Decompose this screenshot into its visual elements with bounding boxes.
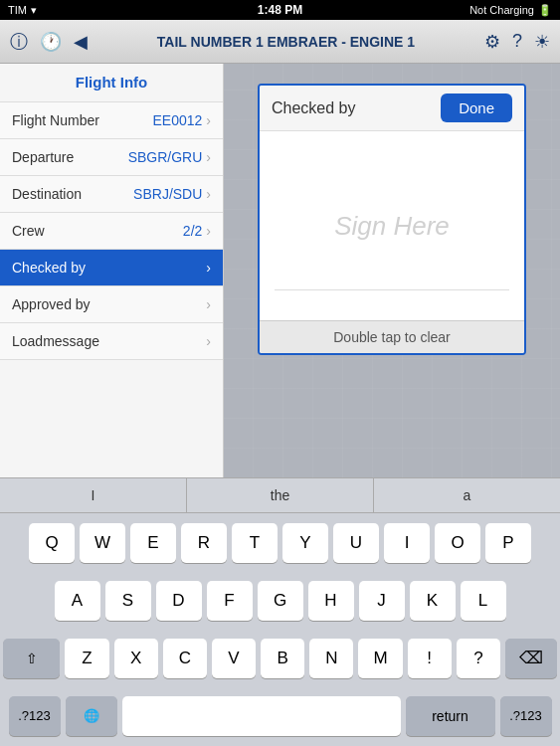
flight-number-value: EE0012 › bbox=[153, 112, 212, 128]
autocomplete-suggestion-2[interactable]: the bbox=[187, 478, 374, 512]
globe-key[interactable]: 🌐 bbox=[66, 696, 117, 736]
key-v[interactable]: V bbox=[212, 639, 256, 678]
return-key[interactable]: return bbox=[406, 696, 495, 736]
nav-bar: ⓘ 🕐 ◀ TAIL NUMBER 1 EMBRAER - ENGINE 1 ⚙… bbox=[0, 20, 560, 64]
settings-icon[interactable]: ⚙ bbox=[484, 31, 500, 53]
help-icon[interactable]: ? bbox=[512, 31, 522, 52]
destination-value: SBRJ/SDU › bbox=[133, 186, 211, 202]
sidebar-item-approved-by[interactable]: Approved by › bbox=[0, 286, 223, 323]
autocomplete-bar: I the a bbox=[0, 477, 560, 513]
departure-value: SBGR/GRU › bbox=[128, 149, 211, 165]
brightness-icon[interactable]: ☀ bbox=[534, 31, 550, 53]
key-y[interactable]: Y bbox=[282, 523, 328, 563]
key-k[interactable]: K bbox=[410, 581, 456, 621]
autocomplete-suggestion-3[interactable]: a bbox=[374, 478, 560, 512]
status-bar: TIM ▾ 1:48 PM Not Charging 🔋 bbox=[0, 0, 560, 20]
symbols-key[interactable]: .?123 bbox=[9, 696, 61, 736]
key-h[interactable]: H bbox=[308, 581, 354, 621]
key-f[interactable]: F bbox=[207, 581, 253, 621]
done-button[interactable]: Done bbox=[441, 93, 512, 122]
chevron-right-icon: › bbox=[206, 296, 211, 312]
key-g[interactable]: G bbox=[258, 581, 303, 621]
keyboard-rows: Q W E R T Y U I O P A S D F G H J K L ⇧ … bbox=[0, 513, 560, 746]
chevron-right-icon: › bbox=[206, 149, 211, 165]
signature-panel: Checked by Done Sign Here Double tap to … bbox=[258, 84, 526, 355]
key-w[interactable]: W bbox=[80, 523, 125, 563]
destination-label: Destination bbox=[12, 186, 82, 202]
key-l[interactable]: L bbox=[461, 581, 506, 621]
sidebar-item-destination[interactable]: Destination SBRJ/SDU › bbox=[0, 176, 223, 213]
signature-title: Checked by bbox=[272, 99, 356, 117]
time-display: 1:48 PM bbox=[258, 3, 302, 17]
keyboard-row-3: ⇧ Z X C V B N M ! ? ⌫ bbox=[3, 639, 557, 678]
sidebar-title: Flight Info bbox=[76, 74, 147, 91]
symbols-key-right[interactable]: .?123 bbox=[500, 696, 552, 736]
key-p[interactable]: P bbox=[485, 523, 531, 563]
sidebar-item-checked-by[interactable]: Checked by › bbox=[0, 250, 223, 286]
keyboard-container: I the a Q W E R T Y U I O P A S D F G bbox=[0, 477, 560, 746]
info-icon[interactable]: ⓘ bbox=[10, 30, 28, 54]
chevron-right-icon: › bbox=[206, 112, 211, 128]
key-q[interactable]: Q bbox=[29, 523, 75, 563]
sidebar-item-loadmessage[interactable]: Loadmessage › bbox=[0, 323, 223, 360]
key-r[interactable]: R bbox=[181, 523, 227, 563]
key-b[interactable]: B bbox=[261, 639, 304, 678]
page-title: TAIL NUMBER 1 EMBRAER - ENGINE 1 bbox=[88, 34, 484, 50]
key-c[interactable]: C bbox=[163, 639, 207, 678]
wifi-icon: ▾ bbox=[31, 4, 37, 17]
departure-label: Departure bbox=[12, 149, 74, 165]
loadmessage-value: › bbox=[206, 333, 211, 349]
key-x[interactable]: X bbox=[114, 639, 158, 678]
key-t[interactable]: T bbox=[232, 523, 278, 563]
right-panel: Checked by Done Sign Here Double tap to … bbox=[224, 64, 560, 477]
sidebar-item-flight-number[interactable]: Flight Number EE0012 › bbox=[0, 102, 223, 139]
crew-value: 2/2 › bbox=[183, 223, 211, 239]
double-tap-clear[interactable]: Double tap to clear bbox=[260, 320, 524, 353]
signature-header: Checked by Done bbox=[260, 86, 524, 131]
flight-number-label: Flight Number bbox=[12, 112, 99, 128]
keyboard-row-1: Q W E R T Y U I O P bbox=[3, 523, 557, 563]
carrier-label: TIM bbox=[8, 4, 27, 16]
key-s[interactable]: S bbox=[105, 581, 151, 621]
chevron-right-icon: › bbox=[206, 186, 211, 202]
approved-by-label: Approved by bbox=[12, 296, 91, 312]
key-m[interactable]: M bbox=[358, 639, 402, 678]
key-question[interactable]: ? bbox=[457, 639, 500, 678]
chevron-right-icon: › bbox=[206, 333, 211, 349]
keyboard-row-2: A S D F G H J K L bbox=[3, 581, 557, 621]
backspace-key[interactable]: ⌫ bbox=[505, 639, 557, 678]
chevron-right-icon: › bbox=[206, 260, 211, 276]
key-a[interactable]: A bbox=[55, 581, 100, 621]
sidebar-item-crew[interactable]: Crew 2/2 › bbox=[0, 213, 223, 250]
not-charging-label: Not Charging bbox=[469, 4, 534, 16]
space-key[interactable] bbox=[122, 696, 401, 736]
key-u[interactable]: U bbox=[333, 523, 379, 563]
sidebar-header: Flight Info bbox=[0, 64, 223, 102]
chevron-right-icon: › bbox=[206, 223, 211, 239]
checked-by-label: Checked by bbox=[12, 260, 86, 276]
autocomplete-suggestion-1[interactable]: I bbox=[0, 478, 187, 512]
approved-by-value: › bbox=[206, 296, 211, 312]
back-button[interactable]: ◀ bbox=[74, 31, 88, 53]
crew-label: Crew bbox=[12, 223, 45, 239]
loadmessage-label: Loadmessage bbox=[12, 333, 99, 349]
key-i[interactable]: I bbox=[384, 523, 430, 563]
key-j[interactable]: J bbox=[359, 581, 405, 621]
clock-icon[interactable]: 🕐 bbox=[40, 31, 62, 53]
battery-icon: 🔋 bbox=[538, 4, 552, 17]
signature-area[interactable]: Sign Here bbox=[260, 131, 524, 320]
checked-by-value: › bbox=[206, 260, 211, 276]
key-e[interactable]: E bbox=[130, 523, 176, 563]
keyboard-row-4: .?123 🌐 return .?123 bbox=[3, 696, 557, 736]
key-o[interactable]: O bbox=[435, 523, 480, 563]
key-exclamation[interactable]: ! bbox=[408, 639, 452, 678]
key-n[interactable]: N bbox=[309, 639, 353, 678]
sign-here-placeholder: Sign Here bbox=[334, 211, 450, 242]
key-z[interactable]: Z bbox=[65, 639, 108, 678]
sidebar-item-departure[interactable]: Departure SBGR/GRU › bbox=[0, 139, 223, 176]
shift-key[interactable]: ⇧ bbox=[3, 639, 60, 678]
main-content: Flight Info Flight Number EE0012 › Depar… bbox=[0, 64, 560, 477]
sidebar: Flight Info Flight Number EE0012 › Depar… bbox=[0, 64, 224, 477]
key-d[interactable]: D bbox=[156, 581, 202, 621]
